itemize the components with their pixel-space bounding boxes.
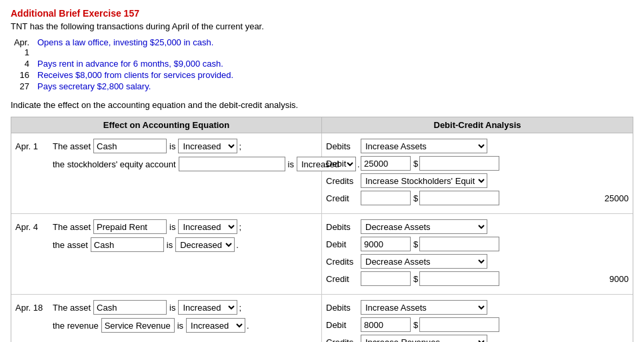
right-row-apr4-1: Debit$: [326, 237, 629, 251]
transaction-row: 27Pays secretary $2,800 salary.: [11, 81, 236, 92]
transaction-row: Apr. 1Opens a law office, investing $25,…: [11, 37, 236, 58]
prefix-label: The asset: [53, 303, 91, 313]
transactions-section: Apr. 1Opens a law office, investing $25,…: [11, 37, 633, 92]
debit-credit-label: Credits: [326, 176, 358, 186]
prefix-label: The asset: [53, 222, 91, 232]
dollar-sign: $: [413, 239, 418, 249]
group-apr1: Apr. 1The assetisIncreasedDecreased;the …: [11, 133, 633, 213]
debit-credit-label: Credit: [326, 193, 358, 203]
debit-credit-select[interactable]: Increase AssetsDecrease AssetsIncrease R…: [361, 173, 487, 188]
dollar-input[interactable]: [419, 191, 499, 205]
debit-credit-select[interactable]: Increase AssetsDecrease AssetsIncrease R…: [361, 335, 487, 342]
asset-input[interactable]: [93, 139, 167, 153]
effect-select[interactable]: IncreasedDecreased: [175, 237, 235, 252]
debit-credit-select[interactable]: Increase AssetsDecrease AssetsIncrease R…: [361, 300, 487, 315]
debit-credit-label: Credit: [326, 274, 358, 284]
dollar-input[interactable]: [419, 156, 499, 171]
effect-select[interactable]: IncreasedDecreased: [178, 219, 237, 234]
right-row-apr1-0: DebitsIncrease AssetsDecrease AssetsIncr…: [326, 139, 629, 153]
apr-label: Apr. 1: [15, 141, 50, 151]
is-label: is: [169, 141, 175, 151]
right-row-apr1-3: Credit$25000: [326, 191, 629, 205]
right-row-apr1-2: CreditsIncrease AssetsDecrease AssetsInc…: [326, 173, 629, 188]
amount-input[interactable]: [361, 191, 411, 205]
transaction-desc: Pays rent in advance for 6 months, $9,00…: [35, 58, 236, 69]
group-apr4: Apr. 4The assetisIncreasedDecreased;the …: [11, 213, 633, 294]
prefix-label: the revenue: [53, 321, 99, 331]
debit-credit-label: Debit: [326, 159, 358, 169]
dollar-input[interactable]: [419, 271, 499, 286]
left-row-apr18-0: Apr. 18The assetisIncreasedDecreased;: [15, 300, 317, 315]
equity-input[interactable]: [179, 157, 285, 171]
left-row-apr18-1: the revenueisIncreasedDecreased.: [15, 318, 317, 333]
left-row-apr4-0: Apr. 4The assetisIncreasedDecreased;: [15, 219, 317, 234]
debit-credit-label: Debits: [326, 222, 358, 232]
dollar-sign: $: [413, 320, 418, 330]
left-section-apr4: Apr. 4The assetisIncreasedDecreased;the …: [11, 214, 322, 294]
debit-credit-label: Debits: [326, 141, 358, 151]
debit-credit-label: Debit: [326, 320, 358, 330]
dollar-input[interactable]: [419, 317, 499, 332]
left-row-apr4-1: the assetisIncreasedDecreased.: [15, 237, 317, 252]
left-row-apr1-0: Apr. 1The assetisIncreasedDecreased;: [15, 139, 317, 153]
left-section-apr1: Apr. 1The assetisIncreasedDecreased;the …: [11, 133, 322, 213]
apr-label: Apr. 4: [15, 222, 50, 232]
title: Additional Brief Exercise 157: [11, 8, 633, 19]
transaction-desc: Receives $8,000 from clients for service…: [35, 69, 236, 81]
right-row-apr1-1: Debit$: [326, 156, 629, 171]
table-header: Effect on Accounting Equation Debit-Cred…: [11, 117, 633, 133]
suffix-label: ;: [239, 222, 241, 232]
debit-credit-select[interactable]: Increase AssetsDecrease AssetsIncrease R…: [361, 254, 487, 269]
debit-credit-select[interactable]: Increase AssetsDecrease AssetsIncrease R…: [361, 139, 487, 153]
prefix-label: the stockholders' equity account: [53, 159, 176, 169]
effect-select[interactable]: IncreasedDecreased: [186, 318, 245, 333]
transaction-row: 16Receives $8,000 from clients for servi…: [11, 69, 236, 81]
indicate-text: Indicate the effect on the accounting eq…: [11, 100, 633, 110]
is-label: is: [288, 159, 294, 169]
dollar-sign: $: [413, 159, 418, 169]
right-row-apr18-2: CreditsIncrease AssetsDecrease AssetsInc…: [326, 335, 629, 342]
debit-credit-label: Debits: [326, 303, 358, 313]
right-row-apr4-0: DebitsIncrease AssetsDecrease AssetsIncr…: [326, 219, 629, 234]
amount-input[interactable]: [361, 271, 411, 286]
group-apr18: Apr. 18The assetisIncreasedDecreased;the…: [11, 294, 633, 342]
left-section-apr18: Apr. 18The assetisIncreasedDecreased;the…: [11, 295, 322, 342]
dollar-sign: $: [413, 274, 418, 284]
debit-credit-select[interactable]: Increase AssetsDecrease AssetsIncrease R…: [361, 219, 487, 234]
right-section-apr18: DebitsIncrease AssetsDecrease AssetsIncr…: [322, 295, 633, 342]
right-amount: 9000: [595, 274, 629, 284]
is-label: is: [169, 303, 175, 313]
suffix-label: .: [247, 321, 249, 331]
amount-input[interactable]: [361, 317, 411, 332]
right-row-apr4-2: CreditsIncrease AssetsDecrease AssetsInc…: [326, 254, 629, 269]
transaction-date: 27: [11, 81, 35, 92]
intro-text: TNT has the following transactions durin…: [11, 21, 633, 31]
prefix-label: The asset: [53, 141, 91, 151]
apr-label: Apr. 18: [15, 303, 50, 313]
debit-credit-label: Credits: [326, 337, 358, 343]
right-row-apr18-1: Debit$: [326, 317, 629, 332]
effect-select[interactable]: IncreasedDecreased: [178, 139, 237, 153]
asset-input[interactable]: [93, 300, 167, 315]
suffix-label: ;: [239, 303, 241, 313]
dollar-sign: $: [413, 193, 418, 203]
is-label: is: [167, 240, 173, 250]
right-section-apr4: DebitsIncrease AssetsDecrease AssetsIncr…: [322, 214, 633, 294]
transaction-desc: Pays secretary $2,800 salary.: [35, 81, 236, 92]
header-left: Effect on Accounting Equation: [11, 117, 322, 133]
asset-input[interactable]: [93, 219, 167, 234]
is-label: is: [169, 222, 175, 232]
asset-input[interactable]: [101, 318, 175, 333]
effect-select[interactable]: IncreasedDecreased: [178, 300, 237, 315]
amount-input[interactable]: [361, 237, 411, 251]
asset-input[interactable]: [91, 237, 164, 252]
dollar-input[interactable]: [419, 237, 499, 251]
transaction-desc: Opens a law office, investing $25,000 in…: [35, 37, 236, 58]
left-row-apr1-1: the stockholders' equity accountisIncrea…: [15, 157, 317, 171]
right-row-apr18-0: DebitsIncrease AssetsDecrease AssetsIncr…: [326, 300, 629, 315]
right-amount: 25000: [595, 193, 629, 203]
debit-credit-label: Credits: [326, 257, 358, 267]
header-right: Debit-Credit Analysis: [322, 117, 633, 133]
prefix-label: the asset: [53, 240, 88, 250]
amount-input[interactable]: [361, 156, 411, 171]
